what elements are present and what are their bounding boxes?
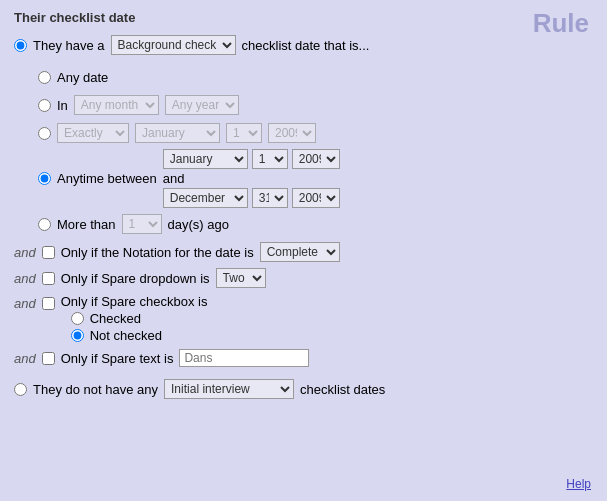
any-date-label: Any date	[57, 70, 108, 85]
section-title: Their checklist date	[14, 10, 593, 25]
rule-label: Rule	[533, 8, 589, 39]
spare-dropdown-checkbox[interactable]	[42, 272, 55, 285]
in-row: In Any month JanuaryFebruaryMarch AprilM…	[38, 93, 593, 117]
main-container: Rule Their checklist date They have a Ba…	[0, 0, 607, 501]
notation-label: Only if the Notation for the date is	[61, 245, 254, 260]
exactly-month-select[interactable]: JanuaryFebruaryMarch AprilMayJune JulyAu…	[135, 123, 220, 143]
and-notation-text: and	[14, 245, 36, 260]
exactly-select[interactable]: ExactlyBeforeAfter	[57, 123, 129, 143]
checklist-type-select[interactable]: Background check Initial interview Refer…	[111, 35, 236, 55]
notation-checkbox[interactable]	[42, 246, 55, 259]
anytime-between-radio[interactable]	[38, 172, 51, 185]
not-checked-row: Not checked	[71, 328, 208, 343]
checklist-date-suffix: checklist date that is...	[242, 38, 370, 53]
more-than-label: More than	[57, 217, 116, 232]
and-spare-dropdown-text: and	[14, 271, 36, 286]
and-spare-checkbox-row: and Only if Spare checkbox is Checked No…	[14, 294, 593, 343]
they-have-a-label: They have a	[33, 38, 105, 53]
in-year-select[interactable]: Any year 200820092010	[165, 95, 239, 115]
more-than-row: More than 1235 7101430 6090 day(s) ago	[38, 212, 593, 236]
anytime-and-row: and	[163, 171, 340, 186]
spare-text-checkbox[interactable]	[42, 352, 55, 365]
spare-dropdown-select[interactable]: OneTwoThree	[216, 268, 266, 288]
exactly-radio[interactable]	[38, 127, 51, 140]
and-notation-row: and Only if the Notation for the date is…	[14, 242, 593, 262]
bottom-checklist-type-select[interactable]: Initial interview Background check Refer…	[164, 379, 294, 399]
notation-select[interactable]: CompleteIncompletePending	[260, 242, 340, 262]
they-have-a-radio[interactable]	[14, 39, 27, 52]
bottom-checklist-suffix: checklist dates	[300, 382, 385, 397]
checked-row: Checked	[71, 311, 208, 326]
checked-label: Checked	[90, 311, 141, 326]
date-options-group: Any date In Any month JanuaryFebruaryMar…	[38, 65, 593, 236]
between-start-day-select[interactable]: 12345 678910 1112131415 1617181920 21222…	[252, 149, 288, 169]
help-link[interactable]: Help	[566, 477, 591, 491]
days-ago-label: day(s) ago	[168, 217, 229, 232]
they-do-not-radio[interactable]	[14, 383, 27, 396]
between-end-year-select[interactable]: 200820092010	[292, 188, 340, 208]
between-end-day-select[interactable]: 12345 678910 1112131415 1617181920 21222…	[252, 188, 288, 208]
more-than-radio[interactable]	[38, 218, 51, 231]
exactly-day-select[interactable]: 12345 678910 1112131415 1617181920 21222…	[226, 123, 262, 143]
and-between-label: and	[163, 171, 185, 186]
between-start-year-select[interactable]: 200820092010	[292, 149, 340, 169]
anytime-end-row: JanuaryFebruaryMarch AprilMayJune JulyAu…	[163, 188, 340, 208]
more-than-value-select[interactable]: 1235 7101430 6090	[122, 214, 162, 234]
not-checked-radio[interactable]	[71, 329, 84, 342]
and-spare-dropdown-row: and Only if Spare dropdown is OneTwoThre…	[14, 268, 593, 288]
anytime-between-row: Anytime between JanuaryFebruaryMarch Apr…	[38, 149, 593, 208]
spare-checkbox-checkbox[interactable]	[42, 297, 55, 310]
and-spare-text-row: and Only if Spare text is	[14, 349, 593, 367]
anytime-between-label: Anytime between	[57, 171, 157, 186]
in-radio[interactable]	[38, 99, 51, 112]
they-have-a-row: They have a Background check Initial int…	[14, 35, 593, 55]
anytime-block: JanuaryFebruaryMarch AprilMayJune JulyAu…	[163, 149, 340, 208]
spare-dropdown-label: Only if Spare dropdown is	[61, 271, 210, 286]
exactly-year-select[interactable]: 200820092010	[268, 123, 316, 143]
spare-text-label: Only if Spare text is	[61, 351, 174, 366]
exactly-row: ExactlyBeforeAfter JanuaryFebruaryMarch …	[38, 121, 593, 145]
and-spare-checkbox-text: and	[14, 296, 36, 311]
between-start-month-select[interactable]: JanuaryFebruaryMarch AprilMayJune JulyAu…	[163, 149, 248, 169]
in-label: In	[57, 98, 68, 113]
not-checked-label: Not checked	[90, 328, 162, 343]
they-do-not-label: They do not have any	[33, 382, 158, 397]
spare-text-input[interactable]	[179, 349, 309, 367]
between-end-month-select[interactable]: JanuaryFebruaryMarch AprilMayJune JulyAu…	[163, 188, 248, 208]
checked-radio[interactable]	[71, 312, 84, 325]
spare-checkbox-block: Only if Spare checkbox is Checked Not ch…	[61, 294, 208, 343]
any-date-radio[interactable]	[38, 71, 51, 84]
anytime-start-row: JanuaryFebruaryMarch AprilMayJune JulyAu…	[163, 149, 340, 169]
in-month-select[interactable]: Any month JanuaryFebruaryMarch AprilMayJ…	[74, 95, 159, 115]
bottom-row: They do not have any Initial interview B…	[14, 379, 593, 399]
spare-checkbox-label: Only if Spare checkbox is	[61, 294, 208, 309]
and-spare-text-text: and	[14, 351, 36, 366]
any-date-row: Any date	[38, 65, 593, 89]
